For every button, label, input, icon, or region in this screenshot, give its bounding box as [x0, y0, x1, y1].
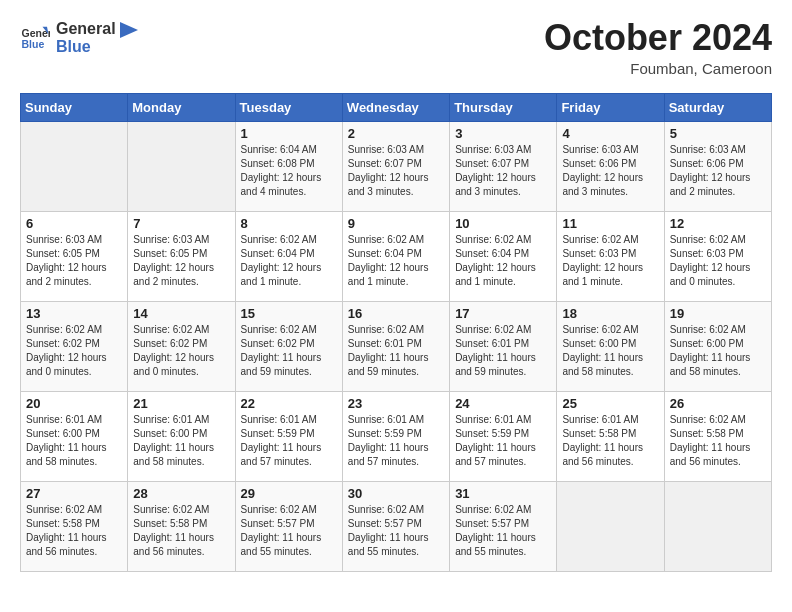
day-info: Sunrise: 6:02 AM Sunset: 5:58 PM Dayligh… [670, 413, 766, 469]
day-number: 24 [455, 396, 551, 411]
logo-blue: Blue [56, 38, 116, 56]
day-number: 7 [133, 216, 229, 231]
calendar-cell: 1Sunrise: 6:04 AM Sunset: 6:08 PM Daylig… [235, 122, 342, 212]
day-info: Sunrise: 6:01 AM Sunset: 6:00 PM Dayligh… [26, 413, 122, 469]
day-info: Sunrise: 6:03 AM Sunset: 6:06 PM Dayligh… [562, 143, 658, 199]
day-number: 9 [348, 216, 444, 231]
day-number: 30 [348, 486, 444, 501]
calendar-cell: 23Sunrise: 6:01 AM Sunset: 5:59 PM Dayli… [342, 392, 449, 482]
calendar-table: SundayMondayTuesdayWednesdayThursdayFrid… [20, 93, 772, 572]
svg-marker-3 [120, 22, 138, 38]
day-number: 21 [133, 396, 229, 411]
calendar-cell: 11Sunrise: 6:02 AM Sunset: 6:03 PM Dayli… [557, 212, 664, 302]
weekday-header-thursday: Thursday [450, 94, 557, 122]
weekday-header-saturday: Saturday [664, 94, 771, 122]
calendar-cell [557, 482, 664, 572]
logo-general: General [56, 20, 116, 38]
calendar-cell: 30Sunrise: 6:02 AM Sunset: 5:57 PM Dayli… [342, 482, 449, 572]
calendar-cell: 29Sunrise: 6:02 AM Sunset: 5:57 PM Dayli… [235, 482, 342, 572]
day-number: 20 [26, 396, 122, 411]
day-number: 1 [241, 126, 337, 141]
calendar-cell: 9Sunrise: 6:02 AM Sunset: 6:04 PM Daylig… [342, 212, 449, 302]
location: Foumban, Cameroon [544, 60, 772, 77]
weekday-header-sunday: Sunday [21, 94, 128, 122]
calendar-cell: 13Sunrise: 6:02 AM Sunset: 6:02 PM Dayli… [21, 302, 128, 392]
calendar-cell: 6Sunrise: 6:03 AM Sunset: 6:05 PM Daylig… [21, 212, 128, 302]
day-number: 8 [241, 216, 337, 231]
day-info: Sunrise: 6:02 AM Sunset: 6:00 PM Dayligh… [562, 323, 658, 379]
weekday-header-wednesday: Wednesday [342, 94, 449, 122]
calendar-cell: 18Sunrise: 6:02 AM Sunset: 6:00 PM Dayli… [557, 302, 664, 392]
day-number: 18 [562, 306, 658, 321]
day-number: 27 [26, 486, 122, 501]
calendar-cell: 5Sunrise: 6:03 AM Sunset: 6:06 PM Daylig… [664, 122, 771, 212]
day-info: Sunrise: 6:02 AM Sunset: 6:04 PM Dayligh… [455, 233, 551, 289]
day-info: Sunrise: 6:03 AM Sunset: 6:05 PM Dayligh… [26, 233, 122, 289]
day-info: Sunrise: 6:02 AM Sunset: 5:57 PM Dayligh… [241, 503, 337, 559]
title-block: October 2024 Foumban, Cameroon [544, 20, 772, 77]
calendar-cell: 10Sunrise: 6:02 AM Sunset: 6:04 PM Dayli… [450, 212, 557, 302]
calendar-cell: 12Sunrise: 6:02 AM Sunset: 6:03 PM Dayli… [664, 212, 771, 302]
calendar-cell [664, 482, 771, 572]
svg-text:Blue: Blue [22, 37, 45, 49]
calendar-cell: 25Sunrise: 6:01 AM Sunset: 5:58 PM Dayli… [557, 392, 664, 482]
day-info: Sunrise: 6:02 AM Sunset: 6:02 PM Dayligh… [26, 323, 122, 379]
day-info: Sunrise: 6:02 AM Sunset: 6:02 PM Dayligh… [133, 323, 229, 379]
calendar-cell: 8Sunrise: 6:02 AM Sunset: 6:04 PM Daylig… [235, 212, 342, 302]
calendar-cell: 20Sunrise: 6:01 AM Sunset: 6:00 PM Dayli… [21, 392, 128, 482]
day-number: 25 [562, 396, 658, 411]
calendar-cell: 15Sunrise: 6:02 AM Sunset: 6:02 PM Dayli… [235, 302, 342, 392]
day-info: Sunrise: 6:03 AM Sunset: 6:07 PM Dayligh… [455, 143, 551, 199]
month-title: October 2024 [544, 20, 772, 56]
day-number: 23 [348, 396, 444, 411]
page-header: General Blue General Blue October 2024 F… [20, 20, 772, 77]
calendar-cell [21, 122, 128, 212]
day-number: 15 [241, 306, 337, 321]
day-info: Sunrise: 6:01 AM Sunset: 5:59 PM Dayligh… [241, 413, 337, 469]
day-info: Sunrise: 6:02 AM Sunset: 6:04 PM Dayligh… [348, 233, 444, 289]
day-info: Sunrise: 6:04 AM Sunset: 6:08 PM Dayligh… [241, 143, 337, 199]
day-info: Sunrise: 6:02 AM Sunset: 6:03 PM Dayligh… [670, 233, 766, 289]
day-number: 12 [670, 216, 766, 231]
day-info: Sunrise: 6:02 AM Sunset: 6:02 PM Dayligh… [241, 323, 337, 379]
day-info: Sunrise: 6:01 AM Sunset: 5:58 PM Dayligh… [562, 413, 658, 469]
day-number: 19 [670, 306, 766, 321]
day-number: 22 [241, 396, 337, 411]
day-info: Sunrise: 6:02 AM Sunset: 6:03 PM Dayligh… [562, 233, 658, 289]
day-number: 11 [562, 216, 658, 231]
day-info: Sunrise: 6:01 AM Sunset: 5:59 PM Dayligh… [455, 413, 551, 469]
calendar-cell: 22Sunrise: 6:01 AM Sunset: 5:59 PM Dayli… [235, 392, 342, 482]
weekday-header-tuesday: Tuesday [235, 94, 342, 122]
calendar-cell: 16Sunrise: 6:02 AM Sunset: 6:01 PM Dayli… [342, 302, 449, 392]
day-info: Sunrise: 6:03 AM Sunset: 6:07 PM Dayligh… [348, 143, 444, 199]
day-number: 3 [455, 126, 551, 141]
weekday-header-friday: Friday [557, 94, 664, 122]
day-info: Sunrise: 6:02 AM Sunset: 5:58 PM Dayligh… [26, 503, 122, 559]
day-number: 13 [26, 306, 122, 321]
day-info: Sunrise: 6:02 AM Sunset: 5:57 PM Dayligh… [455, 503, 551, 559]
day-info: Sunrise: 6:01 AM Sunset: 6:00 PM Dayligh… [133, 413, 229, 469]
logo-flag-icon [120, 22, 138, 50]
calendar-cell: 4Sunrise: 6:03 AM Sunset: 6:06 PM Daylig… [557, 122, 664, 212]
calendar-body: 1Sunrise: 6:04 AM Sunset: 6:08 PM Daylig… [21, 122, 772, 572]
day-number: 28 [133, 486, 229, 501]
day-info: Sunrise: 6:02 AM Sunset: 6:00 PM Dayligh… [670, 323, 766, 379]
calendar-cell: 3Sunrise: 6:03 AM Sunset: 6:07 PM Daylig… [450, 122, 557, 212]
calendar-cell [128, 122, 235, 212]
weekday-header-monday: Monday [128, 94, 235, 122]
day-info: Sunrise: 6:03 AM Sunset: 6:06 PM Dayligh… [670, 143, 766, 199]
day-number: 4 [562, 126, 658, 141]
day-number: 29 [241, 486, 337, 501]
day-info: Sunrise: 6:02 AM Sunset: 6:01 PM Dayligh… [455, 323, 551, 379]
day-info: Sunrise: 6:02 AM Sunset: 6:04 PM Dayligh… [241, 233, 337, 289]
calendar-cell: 17Sunrise: 6:02 AM Sunset: 6:01 PM Dayli… [450, 302, 557, 392]
calendar-cell: 7Sunrise: 6:03 AM Sunset: 6:05 PM Daylig… [128, 212, 235, 302]
calendar-header: SundayMondayTuesdayWednesdayThursdayFrid… [21, 94, 772, 122]
calendar-cell: 24Sunrise: 6:01 AM Sunset: 5:59 PM Dayli… [450, 392, 557, 482]
day-number: 14 [133, 306, 229, 321]
day-number: 31 [455, 486, 551, 501]
day-number: 26 [670, 396, 766, 411]
day-number: 5 [670, 126, 766, 141]
logo-icon: General Blue [20, 23, 50, 53]
calendar-cell: 26Sunrise: 6:02 AM Sunset: 5:58 PM Dayli… [664, 392, 771, 482]
